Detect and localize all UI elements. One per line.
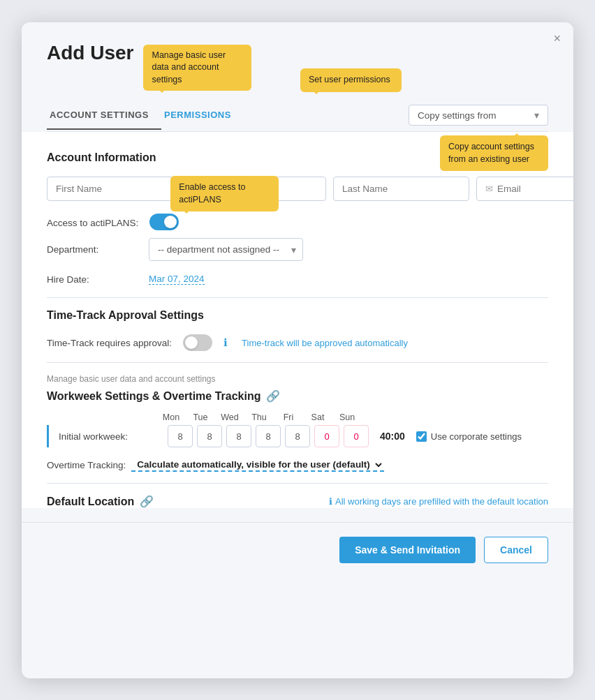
access-row-wrap: Access to actiPLANS: Enable access to ac… xyxy=(47,214,548,232)
day-input-wed[interactable] xyxy=(226,425,251,447)
department-select-wrap: -- department not assigned -- xyxy=(149,238,303,261)
name-row: ✉ xyxy=(47,177,548,201)
day-input-mon[interactable] xyxy=(168,425,193,447)
day-labels-row: Mon Tue Wed Thu Fri Sat Sun xyxy=(159,412,548,422)
time-track-row: Time-Track requires approval: ℹ Time-tra… xyxy=(47,334,548,351)
tab-account-settings[interactable]: ACCOUNT SETTINGS xyxy=(47,104,161,130)
manage-basic-tooltip: Manage basic user data and account setti… xyxy=(143,45,251,91)
divider-2 xyxy=(47,362,548,363)
overtime-select[interactable]: Calculate automatically, visible for the… xyxy=(131,459,384,472)
default-location-title: Default Location xyxy=(47,496,134,508)
day-label-thu: Thu xyxy=(247,412,272,422)
first-name-input[interactable] xyxy=(47,177,183,201)
hire-date-value[interactable]: Mar 07, 2024 xyxy=(149,274,205,285)
department-select[interactable]: -- department not assigned -- xyxy=(149,238,303,261)
last-name-input[interactable] xyxy=(333,177,469,201)
time-track-label: Time-Track requires approval: xyxy=(47,338,172,348)
time-track-toggle[interactable] xyxy=(183,334,212,351)
workweek-title-row: Workweek Settings & Overtime Tracking 🔗 xyxy=(47,389,548,403)
email-icon: ✉ xyxy=(485,184,493,194)
day-input-fri[interactable] xyxy=(285,425,310,447)
modal-header: Add User Manage basic user data and acco… xyxy=(22,22,573,133)
copy-account-tooltip: Copy account settings from an existing u… xyxy=(440,135,548,171)
info-icon-location: ℹ xyxy=(329,496,332,507)
workweek-title: Workweek Settings & Overtime Tracking xyxy=(47,390,260,403)
tab-permissions[interactable]: PERMISSIONS xyxy=(161,104,244,130)
tabs-row: ACCOUNT SETTINGS PERMISSIONS Set user pe… xyxy=(47,102,548,132)
all-working-days-note: ℹ All working days are prefilled with th… xyxy=(329,496,548,507)
initial-workweek-label: Initial workweek: xyxy=(59,431,163,442)
email-input[interactable] xyxy=(497,184,573,194)
close-button[interactable]: × xyxy=(553,32,561,45)
enable-tooltip-wrap: Enable access to actiPLANS xyxy=(149,214,179,232)
modal-footer: Save & Send Invitation Cancel xyxy=(22,522,573,577)
workweek-inputs-row: Initial workweek: 40:00 Use corporate se… xyxy=(59,425,548,447)
auto-approve-text: Time-track will be approved automaticall… xyxy=(242,338,408,348)
day-label-sat: Sat xyxy=(305,412,330,422)
default-location-link-icon: 🔗 xyxy=(140,495,154,508)
set-permissions-tooltip: Set user permissions xyxy=(300,68,402,92)
workweek-note: Manage basic user data and account setti… xyxy=(47,374,548,384)
corporate-settings-label: Use corporate settings xyxy=(431,431,522,442)
hire-date-label: Hire Date: xyxy=(47,274,138,285)
department-row: Department: -- department not assigned -… xyxy=(47,238,548,261)
dropdown-arrow-icon: ▾ xyxy=(534,110,539,121)
divider-3 xyxy=(47,483,548,484)
access-row: Access to actiPLANS: Enable access to ac… xyxy=(47,214,548,232)
overtime-row: Overtime Tracking: Calculate automatical… xyxy=(47,459,548,472)
corporate-settings-wrap: Use corporate settings xyxy=(416,431,522,442)
modal-body: Account Information ✉ Access to actiPLAN… xyxy=(22,132,573,508)
save-send-button[interactable]: Save & Send Invitation xyxy=(339,537,476,563)
day-label-mon: Mon xyxy=(159,412,184,422)
department-label: Department: xyxy=(47,244,138,255)
default-location-title-row: Default Location 🔗 xyxy=(47,495,154,508)
add-user-modal: × Add User Manage basic user data and ac… xyxy=(22,22,573,678)
title-row: Add User Manage basic user data and acco… xyxy=(47,42,548,91)
divider-1 xyxy=(47,297,548,298)
link-icon: 🔗 xyxy=(266,389,280,403)
hire-date-row: Hire Date: Mar 07, 2024 xyxy=(47,274,548,285)
time-track-title: Time-Track Approval Settings xyxy=(47,309,548,322)
day-input-sun[interactable] xyxy=(344,425,369,447)
total-hours: 40:00 xyxy=(380,431,405,442)
email-field-wrap: ✉ xyxy=(476,177,573,201)
day-input-sat[interactable] xyxy=(314,425,339,447)
tabs-container: ACCOUNT SETTINGS PERMISSIONS xyxy=(47,104,244,130)
modal-title: Add User xyxy=(47,42,133,64)
info-icon: ℹ xyxy=(223,336,228,349)
tabs-right: Set user permissions Copy settings from … xyxy=(409,102,548,131)
workweek-section: Initial workweek: 40:00 Use corporate se… xyxy=(47,425,548,447)
cancel-button[interactable]: Cancel xyxy=(484,537,548,563)
default-location-row: Default Location 🔗 ℹ All working days ar… xyxy=(47,495,548,508)
day-label-sun: Sun xyxy=(335,412,360,422)
day-input-tue[interactable] xyxy=(197,425,222,447)
corporate-settings-checkbox[interactable] xyxy=(416,431,427,442)
access-toggle[interactable] xyxy=(149,214,179,230)
enable-actiplans-tooltip: Enable access to actiPLANS xyxy=(170,176,279,211)
day-label-wed: Wed xyxy=(217,412,242,422)
access-label: Access to actiPLANS: xyxy=(47,218,138,228)
overtime-label: Overtime Tracking: xyxy=(47,460,126,470)
day-input-thu[interactable] xyxy=(256,425,281,447)
copy-settings-label: Copy settings from xyxy=(418,110,497,121)
day-label-fri: Fri xyxy=(276,412,301,422)
day-label-tue: Tue xyxy=(188,412,213,422)
all-working-days-text: All working days are prefilled with the … xyxy=(335,496,548,507)
copy-settings-dropdown[interactable]: Copy settings from ▾ xyxy=(409,105,548,126)
